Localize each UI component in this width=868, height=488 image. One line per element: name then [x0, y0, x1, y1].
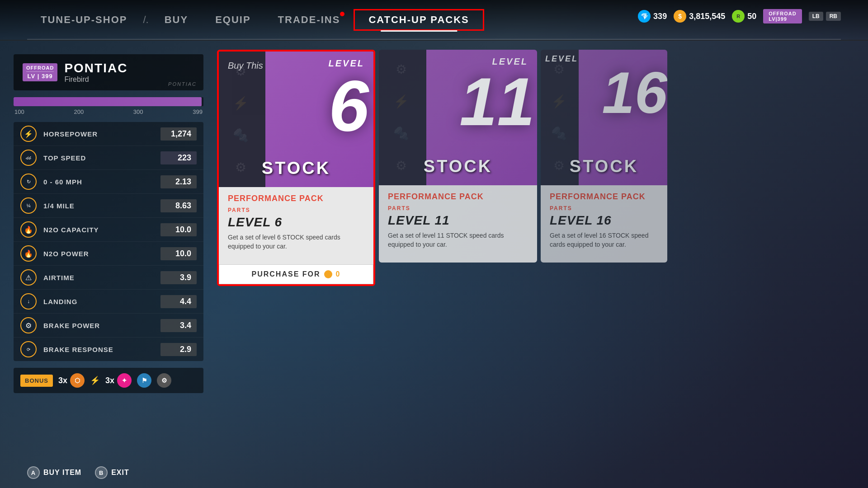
stat-top-speed: 🏎 TOP SPEED 223	[14, 146, 203, 170]
purchase-amount: 0	[336, 270, 341, 278]
stat-airtime: ⚠ AIRTIME 3.9	[14, 266, 203, 290]
card-3-visual: ⚙ 🖥 ⚡ ⚙ ⚡ 🔧 ⚙ ⚡ 🔩 ⚙ 🔧 ⚡ ⚙ 🔩 ⚡ ⚙	[541, 50, 667, 185]
car-header: OFFROAD LV | 399 PONTIAC Firebird PONTIA…	[14, 54, 203, 90]
brake-response-value: 2.9	[160, 343, 197, 356]
cash-value: 3,815,545	[689, 12, 725, 21]
trade-ins-badge	[340, 12, 344, 16]
main-content: OFFROAD LV | 399 PONTIAC Firebird PONTIA…	[0, 45, 868, 488]
n2o-power-value: 10.0	[160, 247, 197, 260]
airtime-value: 3.9	[160, 271, 197, 284]
car-name-block: PONTIAC Firebird	[64, 61, 194, 84]
card-1-level-number: 6	[329, 70, 369, 142]
bonus-label: BONUS	[20, 375, 53, 387]
stat-n2o-power: 🔥 N2O POWER 10.0	[14, 242, 203, 266]
exit-button[interactable]: B EXIT	[95, 466, 129, 479]
card-1-pack-name: PERFORMANCE PACK	[228, 194, 364, 203]
cash-display: $ 3,815,545	[674, 10, 725, 23]
brake-response-icon: ⟳	[20, 341, 37, 357]
gem-icon: 💎	[638, 10, 651, 23]
n2o-capacity-value: 10.0	[160, 223, 197, 236]
stat-brake-power: ⚙ BRAKE POWER 3.4	[14, 314, 203, 338]
bonus-settings-icon: ⚙	[157, 373, 171, 388]
buy-item-label: BUY ITEM	[43, 469, 81, 477]
pack-card-3[interactable]: ⚙ 🖥 ⚡ ⚙ ⚡ 🔧 ⚙ ⚡ 🔩 ⚙ 🔧 ⚡ ⚙ 🔩 ⚡ ⚙	[541, 50, 667, 263]
card-1-purchase-bar[interactable]: PURCHASE FOR 0	[219, 264, 373, 284]
bonus-multiplier-2: 3x	[105, 376, 114, 385]
card-2-visual: ⚙ 🖥 ⚡ ⚙ ⚡ 🔧 ⚙ ⚡ 🔩 ⚙ 🔧 ⚡ ⚙ 🔩 ⚡ ⚙	[379, 50, 537, 185]
stat-quarter-mile: ¼ 1/4 MILE 8.63	[14, 194, 203, 218]
bonus-item-2: 3x ✦	[105, 373, 132, 388]
buy-item-button[interactable]: A BUY ITEM	[27, 466, 81, 479]
card-3-pack-name: PERFORMANCE PACK	[550, 192, 658, 202]
stat-landing: ↓ LANDING 4.4	[14, 290, 203, 314]
card-3-stock-label: STOCK	[541, 157, 667, 176]
0-60-icon: ↻	[20, 174, 37, 190]
nav-trade-ins[interactable]: TRADE-INS	[264, 14, 354, 26]
nav-underline	[27, 39, 841, 40]
card-2-parts-label: PARTS	[388, 205, 528, 211]
nav-buy[interactable]: BUY	[151, 14, 202, 26]
brake-power-label: BRAKE POWER	[43, 322, 160, 329]
top-speed-icon: 🏎	[20, 150, 37, 166]
quarter-mile-label: 1/4 MILE	[43, 202, 160, 210]
progress-bar	[14, 97, 203, 106]
card-3-level-detail: LEVEL 16	[550, 213, 658, 228]
landing-value: 4.4	[160, 295, 197, 308]
nav-tune-up-shop[interactable]: TUNE-UP-SHOP	[27, 14, 141, 26]
card-3-level-number: 16	[602, 63, 667, 122]
progress-labels: 100 200 300 399	[14, 108, 203, 115]
0-60-label: 0 - 60 MPH	[43, 178, 160, 186]
pack-card-1[interactable]: ⚙ 🖥 ⚡ ⚙ ⚡ 🔧 ⚙ ⚡ 🔩 ⚙ 🔧 ⚡ ⚙ 🔩 ⚡ ⚙	[217, 50, 375, 286]
card-1-level-detail: LEVEL 6	[228, 215, 364, 230]
card-1-parts-label: PARTS	[228, 207, 364, 213]
card-2-level-number: 11	[459, 68, 535, 136]
gems-display: 💎 339	[638, 10, 667, 23]
brake-response-label: BRAKE RESPONSE	[43, 346, 160, 353]
b-key: B	[95, 466, 108, 479]
progress-max: 399	[193, 108, 203, 115]
card-3-description: Get a set of level 16 STOCK speed cards …	[550, 231, 658, 249]
brake-power-value: 3.4	[160, 319, 197, 332]
bonus-bar: BONUS 3x ⬡ ⚡ 3x ✦ ⚑ ⚙	[14, 368, 203, 393]
landing-icon: ↓	[20, 293, 37, 310]
pack-card-2[interactable]: ⚙ 🖥 ⚡ ⚙ ⚡ 🔧 ⚙ ⚡ 🔩 ⚙ 🔧 ⚡ ⚙ 🔩 ⚡ ⚙	[379, 50, 537, 263]
n2o-capacity-icon: 🔥	[20, 221, 37, 238]
card-1-description: Get a set of level 6 STOCK speed cards e…	[228, 233, 364, 251]
card-3-info: PERFORMANCE PACK PARTS LEVEL 16 Get a se…	[541, 185, 667, 263]
card-1-buy-this: Buy This	[228, 61, 263, 71]
nav-catch-up-packs[interactable]: CATCH-UP PACKS	[354, 9, 484, 31]
lb-button[interactable]: LB	[809, 12, 823, 21]
brake-power-icon: ⚙	[20, 317, 37, 333]
cards-area: ⚙ 🖥 ⚡ ⚙ ⚡ 🔧 ⚙ ⚡ 🔩 ⚙ 🔧 ⚡ ⚙ 🔩 ⚡ ⚙	[217, 45, 868, 488]
offroad-badge: OFFROAD LV | 399	[23, 63, 57, 81]
rank-level: LV|399	[769, 16, 796, 22]
nav-equip[interactable]: EQUIP	[202, 14, 264, 26]
a-key: A	[27, 466, 40, 479]
card-1-stock-label: STOCK	[219, 159, 373, 178]
stat-horsepower: ⚡ HORSEPOWER 1,274	[14, 122, 203, 146]
rank-label: OFFROAD	[769, 11, 796, 16]
gems-value: 339	[653, 12, 667, 21]
car-level: LV | 399	[26, 71, 54, 80]
rp-value: 50	[747, 12, 756, 21]
car-make: PONTIAC	[64, 61, 194, 75]
quarter-mile-value: 8.63	[160, 199, 197, 212]
rp-display: R 50	[732, 10, 756, 23]
lb-rb-buttons: LB RB	[809, 12, 841, 21]
progress-fill	[14, 97, 202, 106]
horsepower-label: HORSEPOWER	[43, 130, 160, 138]
top-speed-value: 223	[160, 151, 197, 164]
purchase-label: PURCHASE FOR	[252, 270, 321, 278]
progress-300: 300	[133, 108, 143, 115]
cash-icon: $	[674, 10, 686, 23]
horsepower-value: 1,274	[160, 127, 197, 141]
stat-0-60: ↻ 0 - 60 MPH 2.13	[14, 170, 203, 194]
rb-button[interactable]: RB	[826, 12, 841, 21]
bonus-icon-2: ✦	[117, 373, 132, 388]
bonus-icon-1: ⬡	[70, 373, 85, 388]
currency-bar: 💎 339 $ 3,815,545 R 50 OFFROAD LV|399 LB…	[638, 9, 841, 23]
nav-sep: /.	[143, 14, 148, 26]
quarter-mile-icon: ¼	[20, 197, 37, 214]
stat-brake-response: ⟳ BRAKE RESPONSE 2.9	[14, 338, 203, 361]
bonus-item-lightning: ⚡	[90, 375, 100, 385]
